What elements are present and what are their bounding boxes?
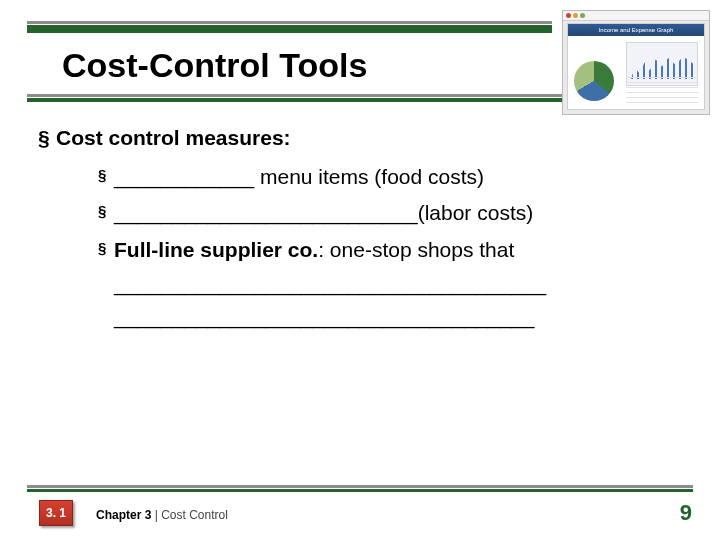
- list-item: § __________________________(labor costs…: [98, 197, 682, 230]
- fill-blank: __________________________: [114, 197, 418, 230]
- top-divider-gray: [27, 21, 552, 24]
- footer-chapter-bold: Chapter 3: [96, 508, 151, 522]
- footer-chapter: Chapter 3 | Cost Control: [96, 508, 228, 522]
- fill-blank: ____________: [114, 161, 254, 194]
- bottom-divider-green: [27, 489, 693, 492]
- screenshot-window-title: Income and Expense Graph: [568, 24, 704, 36]
- item-text: menu items (food costs): [254, 165, 484, 188]
- top-divider-green: [27, 25, 552, 33]
- page-number: 9: [680, 500, 692, 526]
- item-lead-bold: Full-line supplier co.: [114, 238, 318, 261]
- content-body: § Cost control measures: § ____________ …: [38, 122, 682, 337]
- square-bullet-icon: §: [38, 122, 50, 155]
- legend-icon: [626, 77, 698, 105]
- list-item: § Full-line supplier co.: one-stop shops…: [98, 234, 682, 334]
- section-badge: 3. 1: [39, 500, 73, 526]
- slide-title: Cost-Control Tools: [62, 46, 367, 85]
- decorative-screenshot: Income and Expense Graph: [562, 10, 710, 115]
- square-bullet-icon: §: [98, 234, 106, 262]
- list-item: § ____________ menu items (food costs): [98, 161, 682, 194]
- list-heading: § Cost control measures:: [38, 122, 682, 155]
- slide: Cost-Control Tools Income and Expense Gr…: [0, 0, 720, 540]
- item-lead-tail: : one-stop shops that: [318, 238, 514, 261]
- pie-chart-icon: [574, 61, 614, 101]
- footer-chapter-tail: | Cost Control: [151, 508, 227, 522]
- square-bullet-icon: §: [98, 161, 106, 189]
- fill-blank-line: _____________________________________: [114, 268, 682, 301]
- bottom-divider-gray: [27, 485, 693, 488]
- square-bullet-icon: §: [98, 197, 106, 225]
- fill-blank-line: ____________________________________: [114, 301, 682, 334]
- heading-text: Cost control measures:: [56, 126, 291, 149]
- item-text: (labor costs): [418, 201, 534, 224]
